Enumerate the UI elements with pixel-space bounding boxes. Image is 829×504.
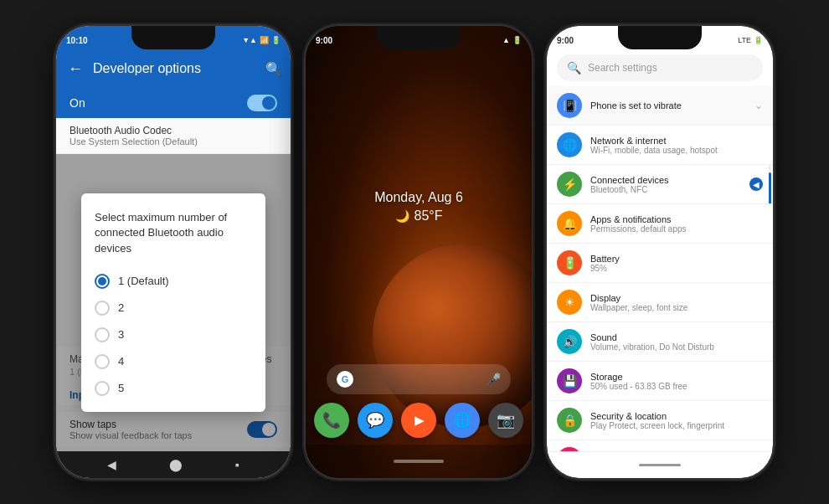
toolbar-title: Developer options bbox=[93, 61, 259, 76]
mars-status-icons: ▲ 🔋 bbox=[502, 36, 522, 44]
developer-toggle[interactable] bbox=[247, 95, 277, 111]
settings-screen: 9:00 LTE 🔋 🔍 Search settings 📳 Phone is … bbox=[547, 26, 773, 478]
radio-option-1[interactable]: 1 (Default) bbox=[95, 268, 252, 295]
nav-home[interactable]: ⬤ bbox=[169, 458, 183, 471]
battery-setting[interactable]: 🔋 Battery 95% bbox=[547, 244, 773, 283]
network-sub: Wi-Fi, mobile, data usage, hotspot bbox=[590, 146, 763, 155]
display-sub: Wallpaper, sleep, font size bbox=[590, 303, 763, 312]
radio-circle-3 bbox=[95, 327, 110, 342]
sound-icon: 🔊 bbox=[557, 329, 582, 354]
vibrate-setting[interactable]: 📳 Phone is set to vibrate ⌄ bbox=[547, 86, 773, 126]
radio-label-3: 3 bbox=[118, 328, 124, 341]
radio-label-1: 1 (Default) bbox=[118, 275, 169, 287]
radio-option-3[interactable]: 3 bbox=[95, 321, 252, 348]
radio-label-2: 2 bbox=[118, 301, 124, 314]
storage-sub: 50% used - 63.83 GB free bbox=[590, 382, 763, 391]
network-icon: 🌐 bbox=[557, 132, 582, 157]
mars-screen: 9:00 ▲ 🔋 Monday, Aug 6 🌙 85°F G 🎤 📞 💬 ▶ … bbox=[306, 26, 532, 478]
sound-text: Sound Volume, vibration, Do Not Disturb bbox=[590, 332, 763, 352]
connected-devices-setting[interactable]: ⚡ Connected devices Bluetooth, NFC ◀ bbox=[547, 165, 773, 204]
battery-icon-1: 🔋 bbox=[271, 36, 281, 44]
mars-signal-icon: ▲ bbox=[502, 36, 510, 44]
radio-circle-5 bbox=[95, 381, 110, 396]
sound-title: Sound bbox=[590, 332, 763, 342]
battery-text: Battery 95% bbox=[590, 254, 763, 273]
radio-option-2[interactable]: 2 bbox=[95, 295, 252, 321]
chrome-icon[interactable]: 🌐 bbox=[445, 403, 480, 438]
developer-content: Select maximum number of connected Bluet… bbox=[56, 154, 291, 451]
apps-setting[interactable]: 🔔 Apps & notifications Permissions, defa… bbox=[547, 204, 773, 244]
sound-setting[interactable]: 🔊 Sound Volume, vibration, Do Not Distur… bbox=[547, 322, 773, 362]
moon-icon: 🌙 bbox=[395, 209, 409, 223]
radio-circle-2 bbox=[95, 301, 110, 316]
mic-icon[interactable]: 🎤 bbox=[487, 373, 501, 386]
display-icon: ☀ bbox=[557, 290, 582, 315]
bluetooth-dialog: Select maximum number of connected Bluet… bbox=[81, 193, 265, 412]
radio-option-5[interactable]: 5 bbox=[95, 375, 252, 402]
search-placeholder: Search settings bbox=[588, 62, 753, 74]
settings-search-container: 🔍 Search settings bbox=[547, 49, 773, 86]
connected-devices-text: Connected devices Bluetooth, NFC bbox=[590, 175, 741, 194]
display-text: Display Wallpaper, sleep, font size bbox=[590, 293, 763, 312]
messages-app-icon[interactable]: 💬 bbox=[358, 403, 393, 438]
scroll-track bbox=[769, 165, 771, 203]
apps-title: Apps & notifications bbox=[590, 214, 763, 224]
radio-option-4[interactable]: 4 bbox=[95, 348, 252, 375]
connected-devices-icon: ⚡ bbox=[557, 172, 582, 197]
vibrate-text: Phone is set to vibrate bbox=[590, 100, 746, 111]
vibrate-icon: 📳 bbox=[557, 93, 582, 118]
settings-list: 📳 Phone is set to vibrate ⌄ 🌐 Network & … bbox=[547, 86, 773, 451]
bluetooth-codec-item[interactable]: Bluetooth Audio Codec Use System Selecti… bbox=[56, 118, 291, 154]
accounts-icon: 👤 bbox=[557, 447, 582, 451]
on-label: On bbox=[70, 96, 85, 110]
nav-recents[interactable]: ▪ bbox=[235, 458, 239, 471]
network-title: Network & internet bbox=[590, 136, 763, 146]
search-icon-settings: 🔍 bbox=[567, 61, 581, 75]
sound-sub: Volume, vibration, Do Not Disturb bbox=[590, 342, 763, 352]
wifi-icon: 📶 bbox=[260, 36, 269, 44]
battery-title: Battery bbox=[590, 254, 763, 264]
mars-battery-icon: 🔋 bbox=[512, 36, 522, 44]
display-setting[interactable]: ☀ Display Wallpaper, sleep, font size bbox=[547, 283, 773, 322]
phone-app-icon[interactable]: 📞 bbox=[314, 403, 349, 438]
phone-developer-options: 10:10 ▼▲ 📶 🔋 ← Developer options 🔍 On Bl… bbox=[56, 26, 291, 478]
mars-datetime: Monday, Aug 6 🌙 85°F bbox=[374, 190, 463, 224]
vibrate-title: Phone is set to vibrate bbox=[590, 100, 746, 111]
settings-battery-icon: 🔋 bbox=[754, 36, 763, 44]
apps-text: Apps & notifications Permissions, defaul… bbox=[590, 214, 763, 234]
google-search-bar[interactable]: G 🎤 bbox=[327, 364, 511, 394]
settings-search-bar[interactable]: 🔍 Search settings bbox=[557, 54, 763, 81]
display-title: Display bbox=[590, 293, 763, 303]
google-g-icon: G bbox=[337, 371, 353, 388]
phone-settings: 9:00 LTE 🔋 🔍 Search settings 📳 Phone is … bbox=[547, 26, 773, 478]
network-setting[interactable]: 🌐 Network & internet Wi-Fi, mobile, data… bbox=[547, 126, 773, 165]
developer-screen: 10:10 ▼▲ 📶 🔋 ← Developer options 🔍 On Bl… bbox=[56, 26, 291, 478]
developer-on-row: On bbox=[56, 88, 291, 118]
signal-icon: ▼▲ bbox=[242, 36, 257, 44]
bluetooth-codec-title: Bluetooth Audio Codec bbox=[70, 125, 277, 136]
accounts-setting[interactable]: 👤 Accounts Google, Adobe, Duo bbox=[547, 440, 773, 451]
notch-2 bbox=[377, 26, 461, 49]
nav-back[interactable]: ◀ bbox=[107, 458, 116, 471]
storage-title: Storage bbox=[590, 372, 763, 382]
mars-navbar bbox=[306, 445, 532, 478]
storage-setting[interactable]: 💾 Storage 50% used - 63.83 GB free bbox=[547, 362, 773, 401]
play-store-icon[interactable]: ▶ bbox=[401, 403, 436, 438]
dialog-overlay: Select maximum number of connected Bluet… bbox=[56, 154, 291, 451]
security-sub: Play Protect, screen lock, fingerprint bbox=[590, 421, 763, 430]
security-text: Security & location Play Protect, screen… bbox=[590, 411, 763, 430]
back-button[interactable]: ← bbox=[64, 57, 86, 81]
storage-text: Storage 50% used - 63.83 GB free bbox=[590, 372, 763, 391]
nav-bar-1: ◀ ⬤ ▪ bbox=[56, 451, 291, 478]
camera-icon[interactable]: 📷 bbox=[488, 403, 523, 438]
battery-sub: 95% bbox=[590, 264, 763, 273]
connected-devices-title: Connected devices bbox=[590, 175, 741, 185]
security-setting[interactable]: 🔒 Security & location Play Protect, scre… bbox=[547, 401, 773, 440]
developer-toolbar: ← Developer options 🔍 bbox=[56, 49, 291, 88]
connected-indicator: ◀ bbox=[749, 177, 763, 191]
search-button-dev[interactable]: 🔍 bbox=[265, 61, 282, 77]
notch-3 bbox=[618, 26, 702, 49]
mars-status-time: 9:00 bbox=[316, 36, 332, 45]
settings-status-icons: LTE 🔋 bbox=[738, 36, 763, 44]
connected-devices-sub: Bluetooth, NFC bbox=[590, 185, 741, 194]
